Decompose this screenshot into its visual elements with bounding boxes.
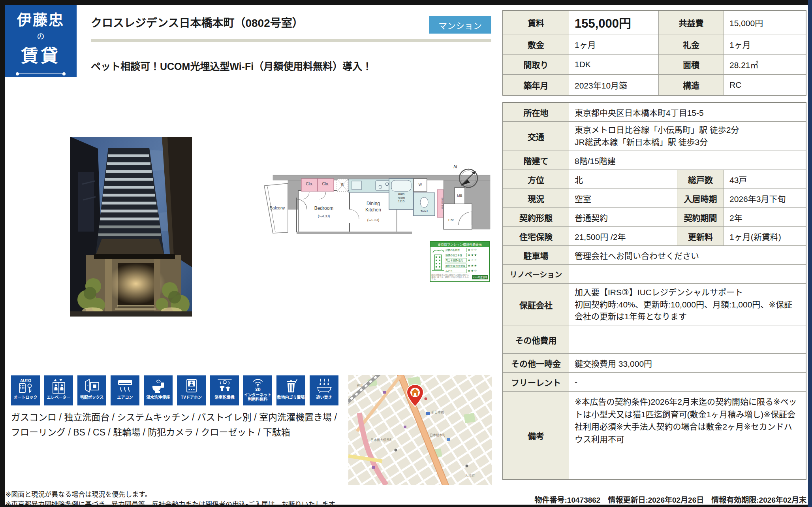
footer-meta: 物件番号:10473862 情報更新日:2026年02月26日 情報有効期限:2… (434, 494, 806, 505)
detail-value: 東京メトロ日比谷線「小伝馬町」駅 徒歩2分 JR総武本線「新日本橋」駅 徒歩3分 (569, 122, 806, 151)
detail-value: 管理会社へお問い合わせください (569, 246, 806, 264)
detail-label: 更新料 (677, 227, 724, 245)
detail-label: その他一時金 (503, 354, 569, 372)
summary-label: 築年月 (503, 75, 569, 95)
detail-label: 契約形態 (503, 208, 569, 226)
certificate-row: 維持管理・劣化対策★★★ (445, 264, 488, 268)
map-place-label: 新日本橋 (431, 410, 444, 414)
environment-certificate: 東京都マンション環境性能表示 建物の断熱性★☆☆ 設備の省エネ性★★★ 再エネ設… (430, 241, 490, 282)
floorplan-refrigerator-label: R (337, 183, 348, 187)
detail-label: 交通 (503, 122, 569, 151)
detail-label: 備考 (503, 392, 569, 479)
detail-value: 8階/15階建 (569, 151, 806, 170)
catch-copy: ペット相談可！UCOM光埋込型Wi-Fi（月額使用料無料）導入！ (91, 58, 486, 73)
feature-label: インターネット 利用料無料 (244, 393, 272, 401)
floorplan-closet2-label: Clo. (318, 182, 334, 186)
brand-name-top: 伊藤忠 (17, 8, 64, 30)
certificate-row: 設備の省エネ性★★★ (445, 253, 488, 257)
summary-label: 敷金 (503, 34, 569, 54)
detail-label: その他費用 (503, 326, 569, 353)
garbage-area-icon (282, 377, 300, 395)
feature-tv-doorphone: TVドアホン (177, 375, 206, 405)
rent-value: 155,000円 (569, 11, 659, 34)
floorplan-bath-label: Bath room 1115 (389, 192, 414, 204)
detail-value: 2年 (724, 208, 806, 226)
detail-label: 入居時期 (677, 189, 724, 207)
certificate-row: 再エネ設備・電気★☆☆ (445, 258, 488, 262)
floorplan-entrance-label: Ent. (443, 218, 460, 222)
svg-text:AUTO: AUTO (20, 379, 31, 383)
frame-top (0, 0, 812, 5)
elevator-icon (50, 377, 68, 395)
summary-label: 間取り (503, 55, 569, 74)
summary-value: 15,000円 (724, 11, 806, 34)
certificate-row: 建物の断熱性★☆☆ (445, 248, 488, 252)
reheating-bath-icon (315, 377, 333, 395)
summary-value: 1DK (569, 55, 659, 74)
floorplan-dk-size: (≒5.3J) (350, 218, 397, 222)
brand-underline (17, 74, 64, 74)
detail-label: 住宅保険 (503, 227, 569, 245)
summary-value: 2023年10月築 (569, 75, 659, 95)
detail-label: 現況 (503, 189, 569, 207)
floorplan-shoesbox-label: Shoes Box (437, 191, 444, 216)
detail-value: 加入要【IRS③】IUCレジデンシャルサポート 初回契約時:40%、更新時:10… (569, 284, 806, 326)
svg-text:¥0: ¥0 (255, 387, 261, 392)
feature-reheating-bath: 追い焚き (310, 375, 338, 405)
map-illustration (348, 375, 492, 485)
floorplan-bedroom-size: (≒4.3J) (299, 214, 349, 218)
detail-label: 保証会社 (503, 284, 569, 326)
floorplan-bedroom-label: Bedroom (299, 205, 349, 211)
detail-value (569, 265, 806, 283)
detail-label: 所在地 (503, 103, 569, 121)
feature-label: 浴室乾燥機 (215, 395, 235, 400)
certificate-note: 都民の健康と安全を確保する環境に関する条例に基づき、建築主が自ら評価したものです… (431, 274, 469, 281)
floorplan-closet1-label: Clo. (301, 182, 318, 186)
summary-label: 構造 (659, 75, 724, 95)
detail-value: 1ヶ月(新賃料) (724, 227, 806, 245)
detail-value: 21,500円 /2年 (569, 227, 677, 245)
compass-n-label: N (453, 164, 457, 170)
certificate-year-badge: 2020年度基準 (472, 275, 488, 279)
detail-label: 総戸数 (677, 170, 724, 188)
feature-label: 追い焚き (316, 395, 332, 400)
property-flyer-page: 伊藤忠 の 賃貸 クロスレジデンス日本橋本町（0802号室） マンション ペット… (0, 0, 812, 507)
building-photo (70, 137, 192, 317)
detail-value: 東京都中央区日本橋本町4丁目15-5 (569, 103, 806, 121)
detail-value (569, 326, 806, 353)
detail-label: 駐車場 (503, 246, 569, 264)
detail-label: 階建て (503, 151, 569, 170)
detail-label: フリーレント (503, 373, 569, 391)
summary-value: 1ヶ月 (724, 34, 806, 54)
feature-elevator: エレベーター (44, 375, 73, 405)
floorplan-toilet-label: Toilet (414, 209, 435, 213)
detail-value: ※本広告の契約条件)2026年2月末迄の契約開始に限る※ペットは小型犬又は猫1匹… (569, 392, 806, 479)
internet-free-icon: ¥0 (249, 377, 267, 392)
feature-label: 宅配ボックス (80, 395, 104, 400)
summary-label: 面積 (659, 55, 724, 74)
property-type-badge: マンション (429, 16, 491, 34)
detail-label: リノベーション (503, 265, 569, 283)
summary-value: 1ヶ月 (569, 34, 659, 54)
washlet-icon (149, 377, 167, 395)
floorplan-mb-label: MB (455, 194, 465, 198)
floorplan-balcony-label: Balcony (265, 205, 289, 210)
compass-icon: N (454, 165, 479, 190)
feature-washlet: 温水洗浄便座 (144, 375, 173, 405)
certificate-title: 東京都マンション環境性能表示 (430, 242, 489, 247)
feature-delivery-box: 宅配ボックス (77, 375, 106, 405)
brand-name-mid: の (37, 30, 44, 41)
map-place-label: 神田 (357, 383, 363, 387)
feature-label: 敷地内ゴミ置場 (277, 395, 305, 400)
feature-label: オートロック (14, 395, 38, 400)
map-place-label: 人形町 (465, 473, 475, 477)
autolock-icon: AUTO (17, 377, 35, 395)
certificate-building-icon (431, 248, 445, 273)
delivery-box-icon (83, 377, 101, 395)
detail-value: 43戸 (724, 170, 806, 188)
detail-value: 2026年3月下旬 (724, 189, 806, 207)
tv-doorphone-icon (182, 377, 201, 395)
detail-table: 所在地 東京都中央区日本橋本町4丁目15-5 交通 東京メトロ日比谷線「小伝馬町… (502, 102, 806, 480)
frame-right (808, 0, 812, 507)
certificate-row: みどり★★☆ (445, 269, 488, 273)
